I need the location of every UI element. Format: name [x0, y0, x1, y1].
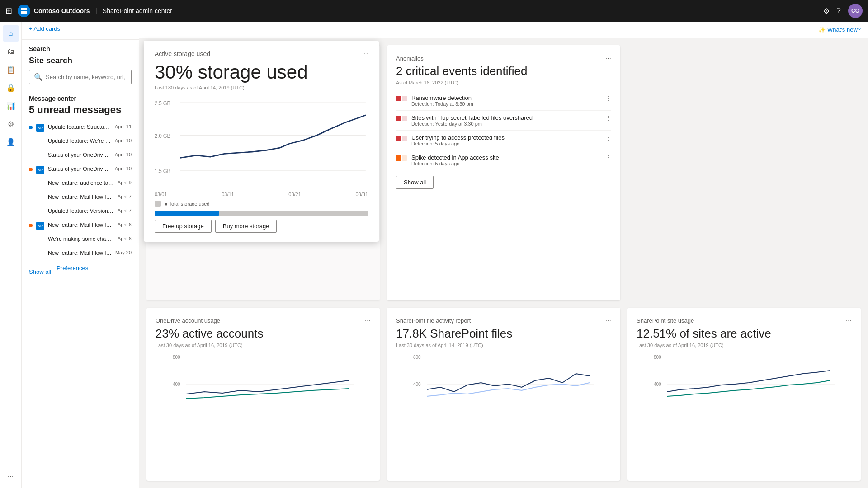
- message-item[interactable]: New feature: Mail Flow Insights is comin…: [29, 247, 132, 261]
- anomaly-menu-icon[interactable]: ⋮: [605, 154, 611, 161]
- message-date: April 10: [115, 138, 132, 143]
- message-item[interactable]: SP Status of your OneDrive and SharePoin…: [29, 163, 132, 177]
- buy-more-storage-button[interactable]: Buy more storage: [215, 220, 277, 233]
- svg-text:400: 400: [173, 382, 180, 387]
- overlay-actions: Free up storage Buy more storage: [155, 220, 368, 233]
- onedrive-title: OneDrive account usage: [156, 317, 220, 324]
- overlay-menu-icon[interactable]: ···: [362, 50, 368, 58]
- whats-new-button[interactable]: ✨ What's new?: [818, 26, 861, 33]
- message-date: April 7: [118, 194, 132, 199]
- anomaly-title: Ransomware detection: [411, 94, 600, 101]
- message-item[interactable]: Updated feature: Versioning settings in …: [29, 205, 132, 219]
- add-cards-button[interactable]: + Add cards: [22, 22, 139, 36]
- message-item[interactable]: Updated feature: We're changing your de.…: [29, 135, 132, 149]
- svg-rect-1: [24, 8, 27, 10]
- anomalies-count: 2 critical events identified: [396, 64, 611, 78]
- anomalies-show-all-button[interactable]: Show all: [396, 176, 434, 189]
- message-badge-empty: [29, 182, 33, 185]
- anomaly-title: Sites with 'Top secret' labelled files o…: [411, 114, 600, 121]
- overlay-subtitle: Last 180 days as of April 14, 2019 (UTC): [155, 85, 368, 90]
- help-icon[interactable]: ?: [837, 7, 841, 15]
- anomaly-menu-icon[interactable]: ⋮: [605, 114, 611, 122]
- overlay-storage-bar: [155, 211, 368, 216]
- x-label-1: 03/11: [222, 192, 234, 197]
- sidebar-icon-home[interactable]: ⌂: [3, 25, 19, 42]
- sp-icon: SP: [36, 124, 44, 132]
- anomaly-menu-icon[interactable]: ⋮: [605, 94, 611, 102]
- sidebar-icon-policies[interactable]: 📋: [3, 61, 19, 78]
- message-item[interactable]: New feature: audience targeting in Share…: [29, 177, 132, 191]
- svg-rect-0: [21, 8, 24, 10]
- search-input[interactable]: [46, 74, 127, 80]
- active-storage-overlay: Active storage used ··· 30% storage used…: [144, 41, 379, 242]
- svg-text:400: 400: [654, 382, 661, 387]
- sidebar-icon-sites[interactable]: 🗂: [3, 43, 19, 60]
- search-icon: 🔍: [34, 73, 43, 81]
- anomaly-menu-icon[interactable]: ⋮: [605, 134, 611, 141]
- sidebar-icon-settings[interactable]: ⚙: [3, 116, 19, 132]
- message-item[interactable]: Status of your OneDrive and SharePoint O…: [29, 149, 132, 163]
- anomaly-item: Sites with 'Top secret' labelled files o…: [396, 111, 611, 131]
- message-badge-empty: [29, 196, 33, 199]
- svg-text:1.5 GB: 1.5 GB: [155, 168, 170, 174]
- sidebar-icon-more[interactable]: ···: [3, 468, 19, 484]
- overlay-header: Active storage used ···: [155, 50, 368, 58]
- x-label-3: 03/31: [355, 192, 368, 197]
- anomaly-bar-low: [402, 155, 407, 161]
- message-text: Updated feature: We're changing your de.…: [48, 138, 111, 144]
- message-badge-empty: [29, 210, 33, 213]
- sub-sidebar: + Add cards Search Site search 🔍 Message…: [22, 22, 139, 488]
- message-date: April 10: [115, 166, 132, 171]
- sp-activity-chart: 800 400: [396, 353, 611, 408]
- sidebar-icon-users[interactable]: 👤: [3, 134, 19, 150]
- message-center-section: Message center 5 unread messages SP Upda…: [22, 89, 139, 281]
- sp-usage-percentage: 12.51% of sites are active: [637, 327, 852, 341]
- onedrive-percentage: 23% active accounts: [156, 327, 371, 341]
- grid-icon[interactable]: ⊞: [5, 6, 12, 16]
- onedrive-usage-card: OneDrive account usage ··· 23% active ac…: [146, 308, 380, 481]
- show-all-messages-link[interactable]: Show all: [29, 268, 51, 275]
- icon-placeholder: [36, 236, 44, 244]
- anomalies-title: Anomalies: [396, 55, 424, 62]
- message-item[interactable]: SP New feature: Mail Flow Insights is co…: [29, 219, 132, 233]
- anomaly-text: Spike detected in App access site Detect…: [411, 154, 600, 166]
- anomaly-detail: Detection: Today at 3:30 pm: [411, 101, 600, 107]
- anomalies-header: Anomalies ···: [396, 54, 611, 62]
- settings-icon[interactable]: ⚙: [823, 7, 830, 15]
- legend-total-label: ■ Total storage used: [165, 201, 209, 206]
- anomaly-item: User trying to access protected files De…: [396, 131, 611, 150]
- message-item[interactable]: We're making some changes to translation…: [29, 233, 132, 247]
- x-label-2: 03/21: [288, 192, 301, 197]
- icon-placeholder: [36, 250, 44, 258]
- sp-usage-menu[interactable]: ···: [846, 317, 852, 325]
- search-box[interactable]: 🔍: [29, 70, 132, 84]
- anomaly-title: Spike detected in App access site: [411, 154, 600, 161]
- anomalies-card: Anomalies ··· 2 critical events identifi…: [387, 45, 620, 300]
- svg-text:800: 800: [173, 355, 180, 360]
- anomaly-severity-icon: [396, 96, 407, 101]
- sidebar-icon-access[interactable]: 🔒: [3, 80, 19, 96]
- free-up-storage-button[interactable]: Free up storage: [155, 220, 212, 233]
- svg-text:2.0 GB: 2.0 GB: [155, 132, 170, 139]
- message-text: Status of your OneDrive and SharePoint O…: [48, 166, 111, 172]
- message-badge-empty: [29, 252, 33, 255]
- onedrive-menu[interactable]: ···: [365, 317, 371, 325]
- anomaly-detail: Detection: 5 days ago: [411, 141, 600, 146]
- message-badge-orange: [29, 168, 33, 171]
- anomaly-text: Ransomware detection Detection: Today at…: [411, 94, 600, 107]
- preferences-link[interactable]: Preferences: [57, 265, 88, 275]
- anomalies-menu[interactable]: ···: [605, 54, 611, 62]
- sp-activity-menu[interactable]: ···: [605, 317, 611, 325]
- sidebar-icon-reports[interactable]: 📊: [3, 98, 19, 114]
- message-text: New feature: Mail Flow Insights is comin…: [48, 222, 114, 228]
- x-label-0: 03/01: [155, 192, 167, 197]
- anomaly-bar-high: [396, 96, 401, 101]
- app-logo: Contoso Outdoors | SharePoint admin cent…: [18, 5, 172, 17]
- site-search-title: Site search: [29, 56, 132, 66]
- user-avatar[interactable]: CO: [848, 4, 863, 18]
- message-item[interactable]: SP Update feature: Structural navigation…: [29, 121, 132, 135]
- org-bar: Contoso organization ✨ What's new?: [22, 22, 868, 38]
- overlay-title: Active storage used: [155, 50, 210, 57]
- message-item[interactable]: New feature: Mail Flow Insights is comin…: [29, 191, 132, 205]
- message-badge-empty: [29, 154, 33, 157]
